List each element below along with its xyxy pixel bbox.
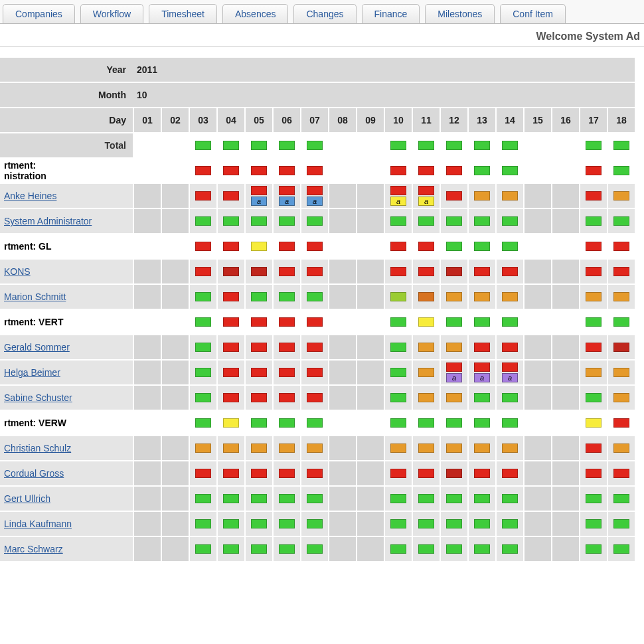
grid-cell — [551, 487, 579, 512]
status-block — [586, 368, 602, 377]
user-link[interactable]: Cordual Gross — [4, 468, 64, 479]
status-block — [307, 317, 323, 327]
grid-cell — [161, 310, 189, 335]
user-row-label[interactable]: Linda Kaufmann — [0, 512, 133, 537]
user-link[interactable]: Gerald Sommer — [4, 342, 70, 353]
user-row-label[interactable]: Anke Heines — [0, 184, 133, 209]
status-block — [502, 418, 518, 428]
status-block — [279, 216, 295, 226]
status-block — [474, 362, 490, 372]
user-link[interactable]: KONS — [4, 266, 31, 277]
tab-companies[interactable]: Companies — [3, 4, 75, 23]
grid-cell — [467, 184, 495, 209]
user-link[interactable]: Marion Schmitt — [4, 291, 66, 302]
grid-cell — [328, 361, 356, 386]
status-block — [418, 494, 434, 503]
status-block — [307, 343, 323, 352]
tab-timesheet[interactable]: Timesheet — [149, 4, 217, 23]
grid-cell — [579, 133, 607, 159]
grid-cell — [467, 537, 495, 562]
grid-cell — [607, 159, 635, 184]
status-block — [502, 267, 518, 276]
absence-badge: a — [390, 197, 406, 206]
status-block — [390, 186, 406, 195]
grid-cell — [244, 386, 272, 411]
tab-milestones[interactable]: Milestones — [425, 4, 495, 23]
user-link[interactable]: Christian Schulz — [4, 443, 71, 453]
status-block — [418, 519, 434, 528]
status-block — [279, 343, 295, 352]
user-row-label[interactable]: Marc Schwarz — [0, 537, 133, 562]
status-block — [502, 362, 518, 372]
user-link[interactable]: System Administrator — [4, 216, 92, 226]
grid-cell — [467, 411, 495, 436]
status-block — [418, 267, 434, 276]
grid-cell — [607, 133, 635, 159]
grid-cell — [189, 335, 216, 361]
grid-cell — [440, 184, 467, 209]
grid-cell — [216, 461, 244, 487]
status-block — [418, 443, 434, 453]
grid-cell — [300, 335, 328, 361]
user-row-label[interactable]: Sabine Schuster — [0, 386, 133, 411]
grid-cell — [161, 285, 189, 310]
user-row-label[interactable]: Helga Beimer — [0, 361, 133, 386]
user-row-label[interactable]: KONS — [0, 260, 133, 285]
grid-cell — [300, 386, 328, 411]
user-row-label[interactable]: System Administrator — [0, 209, 133, 234]
status-block — [195, 317, 211, 327]
day-col-02: 02 — [161, 108, 189, 133]
grid-cell — [467, 285, 495, 310]
grid-cell — [161, 260, 189, 285]
grid-cell — [467, 436, 495, 461]
user-row-label[interactable]: Gerald Sommer — [0, 335, 133, 361]
status-block — [613, 166, 629, 175]
grid-cell — [328, 436, 356, 461]
status-block — [279, 292, 295, 301]
tab-changes[interactable]: Changes — [293, 4, 356, 23]
grid-cell — [189, 234, 216, 260]
status-block — [279, 443, 295, 453]
grid-cell — [300, 537, 328, 562]
user-link[interactable]: Anke Heines — [4, 191, 56, 201]
grid-cell — [579, 285, 607, 310]
user-link[interactable]: Sabine Schuster — [4, 392, 72, 403]
status-block — [307, 494, 323, 503]
user-link[interactable]: Marc Schwarz — [4, 544, 63, 554]
tab-absences[interactable]: Absences — [222, 4, 288, 23]
grid-cell — [384, 487, 412, 512]
status-block — [446, 443, 462, 453]
grid-cell — [328, 537, 356, 562]
grid-cell — [579, 487, 607, 512]
grid-cell — [300, 285, 328, 310]
grid-cell — [272, 512, 300, 537]
user-link[interactable]: Linda Kaufmann — [4, 519, 72, 529]
grid-cell — [328, 487, 356, 512]
grid-cell — [244, 260, 272, 285]
tab-conf-item[interactable]: Conf Item — [500, 4, 566, 23]
grid-cell — [189, 209, 216, 234]
grid-cell — [412, 159, 440, 184]
grid-cell — [440, 260, 467, 285]
user-row-label[interactable]: Gert Ullrich — [0, 487, 133, 512]
user-link[interactable]: Gert Ullrich — [4, 493, 50, 504]
grid-cell — [412, 461, 440, 487]
tab-finance[interactable]: Finance — [362, 4, 420, 23]
tab-workflow[interactable]: Workflow — [80, 4, 143, 23]
grid-cell — [272, 411, 300, 436]
user-row-label[interactable]: Marion Schmitt — [0, 285, 133, 310]
status-block — [279, 418, 295, 428]
status-block — [474, 216, 490, 226]
user-link[interactable]: Helga Beimer — [4, 367, 60, 378]
status-block — [251, 216, 267, 226]
grid-cell — [300, 234, 328, 260]
user-row-label[interactable]: Christian Schulz — [0, 436, 133, 461]
grid-cell — [384, 335, 412, 361]
day-col-05: 05 — [244, 108, 272, 133]
grid-cell — [579, 335, 607, 361]
grid-cell — [523, 133, 551, 159]
status-block — [446, 494, 462, 503]
user-row-label[interactable]: Cordual Gross — [0, 461, 133, 487]
status-block — [586, 267, 602, 276]
day-col-03: 03 — [189, 108, 216, 133]
